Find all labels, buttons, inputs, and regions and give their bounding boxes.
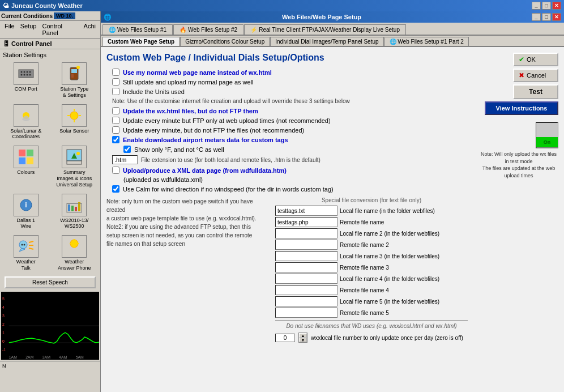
solar-sensor-icon bbox=[62, 104, 87, 127]
file-input-2[interactable] bbox=[275, 217, 337, 227]
option-text-6: Update every minute, but do not FTP the … bbox=[123, 127, 304, 134]
checkbox-5[interactable] bbox=[112, 117, 119, 124]
tab-web-files-2[interactable]: 🔥 Web Files Setup #2 bbox=[173, 24, 243, 35]
svg-point-5 bbox=[20, 74, 22, 76]
file-row-5: Local file name 3 (in the folder webfile… bbox=[275, 251, 468, 261]
checkbox-7[interactable] bbox=[112, 136, 119, 143]
option-text-5: Update every minute but FTP only at web … bbox=[123, 117, 331, 124]
top-bar: Current Conditions WD 10. bbox=[0, 11, 100, 21]
cancel-button[interactable]: ✖ Cancel bbox=[513, 69, 558, 82]
checkbox-11[interactable] bbox=[112, 185, 119, 193]
inner-minimize-btn[interactable]: _ bbox=[532, 13, 541, 21]
menu-control-panel[interactable]: Control Panel bbox=[40, 22, 80, 37]
file-input-9[interactable] bbox=[275, 296, 337, 306]
icon-colours[interactable]: Colours bbox=[3, 144, 49, 189]
svg-text:3: 3 bbox=[2, 314, 5, 318]
icon-solar-sensor[interactable]: Solar Sensor bbox=[52, 103, 98, 142]
tab-custom-webpage[interactable]: Custom Web Page Setup bbox=[102, 37, 180, 46]
note-upload: Note: Will only upload the wx files in t… bbox=[479, 151, 558, 179]
led-green: On bbox=[536, 137, 558, 147]
icon-summary-images[interactable]: SummaryImages & IconsUniversal Setup bbox=[52, 144, 98, 189]
inner-maximize-btn[interactable]: □ bbox=[542, 13, 551, 21]
checkbox-3[interactable] bbox=[112, 88, 119, 95]
icon-weather-answer[interactable]: WeatherAnswer Phone bbox=[52, 233, 98, 273]
inner-close-btn[interactable]: ✕ bbox=[552, 13, 561, 21]
reset-speech-button[interactable]: Reset Speech bbox=[5, 276, 96, 288]
tab1-label: Web Files Setup #1 bbox=[117, 27, 166, 33]
led-top bbox=[536, 123, 558, 137]
menu-setup[interactable]: Setup bbox=[18, 22, 39, 37]
tab-gizmo[interactable]: Gizmo/Conditions Colour Setup bbox=[180, 37, 270, 46]
cancel-icon: ✖ bbox=[519, 71, 524, 79]
file-input-4[interactable] bbox=[275, 240, 337, 250]
summary-images-label: SummaryImages & IconsUniversal Setup bbox=[56, 169, 92, 188]
test-label: Test bbox=[529, 88, 542, 96]
spinner-input[interactable] bbox=[275, 334, 295, 342]
file-input-3[interactable] bbox=[275, 228, 337, 238]
icon-solar-lunar[interactable]: Solar/Lunar &Coordinates bbox=[3, 103, 49, 142]
weather-talk-icon bbox=[14, 235, 39, 258]
main-container: Current Conditions WD 10. File Setup Con… bbox=[0, 11, 564, 392]
svg-line-39 bbox=[29, 241, 33, 242]
outer-titlebar: 🌤 Juneau County Weather _ □ ✕ bbox=[0, 0, 564, 11]
icon-com-port[interactable]: COM Port bbox=[3, 61, 49, 100]
test-button[interactable]: Test bbox=[513, 84, 558, 99]
svg-point-6 bbox=[23, 74, 25, 76]
view-instructions-button[interactable]: View Instructions bbox=[485, 101, 558, 115]
menu-achi[interactable]: Achi bbox=[82, 22, 98, 37]
file-row-4: Remote file name 2 bbox=[275, 240, 468, 250]
main-note: Note: only turn on the custom web page s… bbox=[106, 197, 270, 343]
weather-talk-label: WeatherTalk bbox=[16, 259, 36, 271]
menu-file[interactable]: File bbox=[2, 22, 17, 37]
control-panel-icon: 🎛 bbox=[3, 40, 9, 47]
option-text-1: Use my normal web page name instead of w… bbox=[123, 69, 272, 76]
icon-station-type[interactable]: Station Type& Settings bbox=[52, 61, 98, 100]
tab-individual[interactable]: Individual Dial Images/Temp Panel Setup bbox=[270, 37, 383, 46]
solar-lunar-label: Solar/Lunar &Coordinates bbox=[10, 128, 41, 140]
icon-ws2010[interactable]: WS2010-13/WS2500 bbox=[52, 192, 98, 232]
current-conditions-label: Current Conditions bbox=[1, 13, 53, 19]
tab-web1part2[interactable]: 🌐 Web Files Setup #1 Part 2 bbox=[384, 37, 469, 46]
spinner-label: wxxlocal file number to only update once… bbox=[311, 335, 463, 341]
svg-point-37 bbox=[21, 244, 23, 246]
minimize-btn[interactable]: _ bbox=[532, 2, 541, 10]
checkbox-9[interactable] bbox=[112, 167, 119, 174]
maximize-btn[interactable]: □ bbox=[542, 2, 551, 10]
file-label-4: Remote file name 2 bbox=[340, 242, 389, 248]
checkbox-1[interactable] bbox=[112, 69, 119, 76]
svg-point-7 bbox=[26, 74, 28, 76]
file-label-7: Local file name 4 (in the folder webfile… bbox=[340, 276, 439, 282]
file-input-1[interactable] bbox=[275, 206, 337, 216]
checkbox-6[interactable] bbox=[112, 126, 119, 134]
file-input-10[interactable] bbox=[275, 308, 337, 318]
file-input-8[interactable] bbox=[275, 285, 337, 295]
file-ext-input[interactable] bbox=[112, 155, 138, 164]
ok-button[interactable]: ✔ OK bbox=[513, 53, 558, 66]
colours-label: Colours bbox=[17, 169, 35, 176]
svg-text:4AM: 4AM bbox=[59, 355, 67, 359]
checkbox-2[interactable] bbox=[112, 78, 119, 86]
svg-text:-1: -1 bbox=[2, 348, 6, 352]
action-buttons: ✔ OK ✖ Cancel Test View Instructions bbox=[479, 53, 558, 179]
menu-bar: File Setup Control Panel Achi bbox=[0, 21, 100, 39]
checkbox-8[interactable] bbox=[123, 146, 131, 153]
tab2-label: Web Files Setup #2 bbox=[188, 27, 237, 33]
tab3-label: Real Time Client FTP/AJAX/Weather Displa… bbox=[259, 27, 400, 33]
icon-weather-talk[interactable]: WeatherTalk bbox=[3, 233, 49, 273]
ok-icon: ✔ bbox=[519, 56, 524, 63]
icon-dallas1wire[interactable]: i Dallas 1Wire bbox=[3, 192, 49, 232]
spinner-down[interactable]: ▼ bbox=[299, 338, 307, 342]
checkbox-4[interactable] bbox=[112, 107, 119, 114]
file-label-3: Local file name 2 (in the folder webfile… bbox=[340, 231, 439, 237]
spinner-up[interactable]: ▲ bbox=[299, 333, 307, 338]
weather-answer-label: WeatherAnswer Phone bbox=[58, 259, 91, 271]
tab-realtime[interactable]: ⚡ Real Time Client FTP/AJAX/Weather Disp… bbox=[244, 24, 406, 35]
file-input-7[interactable] bbox=[275, 274, 337, 284]
tab2-3-label: Individual Dial Images/Temp Panel Setup bbox=[275, 39, 378, 45]
option-text-3: Include the Units used bbox=[123, 88, 185, 95]
tab-web-files-1[interactable]: 🌐 Web Files Setup #1 bbox=[102, 24, 173, 35]
file-input-5[interactable] bbox=[275, 251, 337, 261]
close-btn[interactable]: ✕ bbox=[552, 2, 561, 10]
solar-lunar-icon bbox=[14, 104, 39, 127]
file-input-6[interactable] bbox=[275, 262, 337, 272]
